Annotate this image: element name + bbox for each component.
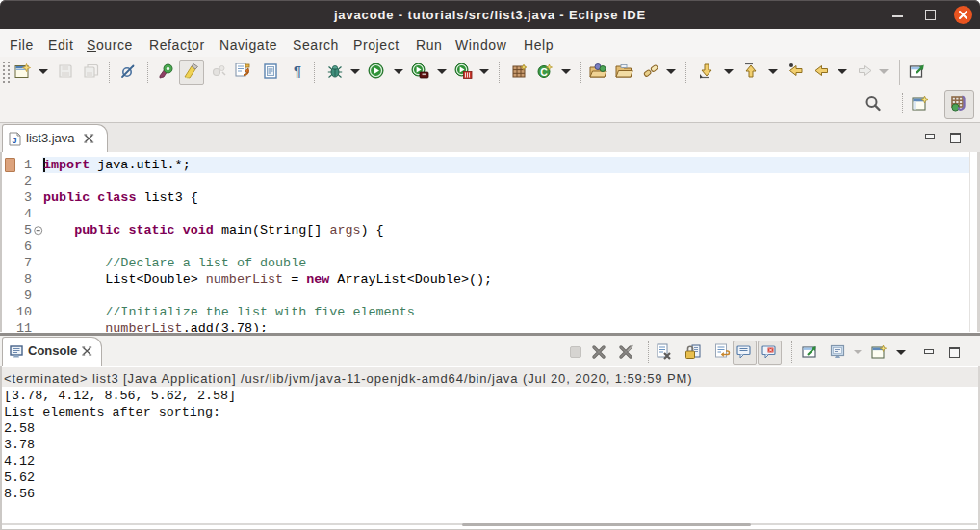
svg-text:J: J (12, 136, 16, 145)
